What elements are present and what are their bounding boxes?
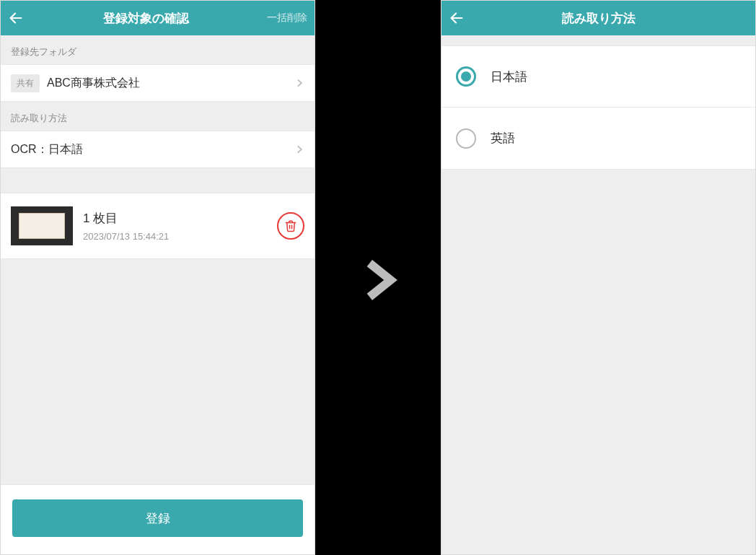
method-section-label: 読み取り方法 xyxy=(1,102,315,131)
chevron-right-icon xyxy=(294,142,304,157)
bulk-delete-action[interactable]: 一括削除 xyxy=(264,12,307,25)
back-button[interactable] xyxy=(8,10,28,26)
arrow-left-icon xyxy=(8,10,24,26)
scan-item-timestamp: 2023/07/13 15:44:21 xyxy=(83,231,267,242)
delete-item-button[interactable] xyxy=(277,212,304,240)
language-option-label: 英語 xyxy=(491,130,515,147)
screen-title: 読み取り方法 xyxy=(469,10,728,27)
transition-arrow-icon xyxy=(349,251,407,309)
radio-unselected-icon xyxy=(456,128,476,149)
scan-thumbnail[interactable] xyxy=(11,206,73,245)
language-option-list: 日本語 英語 xyxy=(441,35,755,170)
arrow-left-icon xyxy=(449,10,465,26)
screen-confirm-registration: 登録対象の確認 一括削除 登録先フォルダ 共有 ABC商事株式会社 読み取り方法… xyxy=(0,0,315,555)
screen-reading-method: 読み取り方法 日本語 英語 xyxy=(441,0,756,555)
chevron-right-icon xyxy=(294,76,304,90)
footer: 登録 xyxy=(1,484,315,554)
scan-item-title: 1 枚目 xyxy=(83,210,267,227)
appbar: 登録対象の確認 一括削除 xyxy=(1,1,315,35)
radio-selected-icon xyxy=(456,66,476,87)
language-option-label: 日本語 xyxy=(491,69,527,85)
register-button[interactable]: 登録 xyxy=(12,499,303,537)
folder-shared-tag: 共有 xyxy=(11,74,40,92)
method-row[interactable]: OCR：日本語 xyxy=(1,131,315,168)
screen-title: 登録対象の確認 xyxy=(28,10,264,27)
language-option-english[interactable]: 英語 xyxy=(441,108,755,170)
appbar: 読み取り方法 xyxy=(441,1,755,35)
language-option-japanese[interactable]: 日本語 xyxy=(441,45,755,108)
back-button[interactable] xyxy=(449,10,469,26)
trash-icon xyxy=(284,219,297,232)
folder-section-label: 登録先フォルダ xyxy=(1,35,315,64)
method-value: OCR：日本語 xyxy=(11,142,83,157)
folder-row[interactable]: 共有 ABC商事株式会社 xyxy=(1,64,315,102)
scan-item: 1 枚目 2023/07/13 15:44:21 xyxy=(1,193,315,259)
folder-name: ABC商事株式会社 xyxy=(47,76,140,91)
